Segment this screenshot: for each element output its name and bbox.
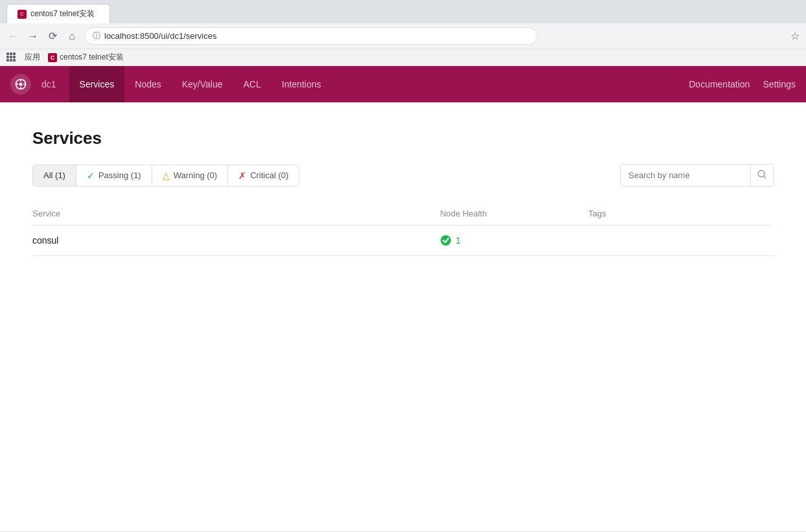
- home-button[interactable]: ⌂: [65, 29, 79, 43]
- warning-icon: △: [163, 170, 170, 181]
- health-count: 1: [455, 235, 461, 246]
- table-body: consul 1: [32, 226, 774, 256]
- svg-point-8: [441, 235, 451, 246]
- consul-logo: [10, 74, 31, 95]
- settings-link[interactable]: Settings: [763, 79, 796, 89]
- main-content: Services All (1) ✓ Passing (1) △ Warning…: [0, 102, 806, 282]
- health-pass-icon: [440, 235, 452, 246]
- tab-favicon: C: [17, 10, 27, 19]
- datacenter-label: dc1: [41, 79, 56, 89]
- tab-title: centos7 telnet安装: [30, 8, 95, 19]
- table-header: Service Node Health Tags: [32, 202, 774, 226]
- page-title: Services: [32, 128, 774, 148]
- column-header-tags: Tags: [588, 202, 774, 226]
- bookmark-label: centos7 telnet安装: [60, 52, 124, 63]
- forward-button[interactable]: →: [26, 29, 40, 43]
- filter-warning-label: Warning (0): [174, 170, 217, 180]
- bookmark-centos7[interactable]: C centos7 telnet安装: [48, 52, 124, 63]
- svg-point-6: [758, 170, 765, 177]
- consul-logo-icon: [14, 78, 27, 91]
- column-header-service: Service: [32, 202, 440, 226]
- bookmark-label: 应用: [25, 52, 40, 63]
- bookmark-yingyong[interactable]: 应用: [25, 52, 40, 63]
- passing-icon: ✓: [87, 170, 95, 181]
- critical-icon: ✗: [238, 170, 246, 181]
- nav-items: Services Nodes Key/Value ACL Intentions: [69, 66, 332, 102]
- filter-passing[interactable]: ✓ Passing (1): [76, 165, 152, 186]
- filter-critical-label: Critical (0): [250, 170, 288, 180]
- search-button[interactable]: [750, 165, 773, 186]
- nav-item-nodes[interactable]: Nodes: [124, 66, 171, 102]
- bookmark-star-icon[interactable]: ☆: [790, 30, 800, 42]
- apps-bookmark[interactable]: [6, 52, 17, 63]
- nav-item-acl[interactable]: ACL: [233, 66, 271, 102]
- documentation-link[interactable]: Documentation: [689, 79, 750, 89]
- secure-icon: ⓘ: [93, 30, 100, 41]
- filter-all-label: All (1): [43, 170, 65, 180]
- filter-bar: All (1) ✓ Passing (1) △ Warning (0) ✗ Cr…: [32, 164, 774, 187]
- browser-tabs: C centos7 telnet安装: [0, 0, 806, 23]
- search-icon: [757, 170, 766, 179]
- services-table: Service Node Health Tags consul 1: [32, 202, 774, 256]
- browser-chrome: C centos7 telnet安装 ← → ⟳ ⌂ ⓘ ☆ 应用 C cent…: [0, 0, 806, 66]
- nav-right: Documentation Settings: [689, 79, 796, 89]
- nav-item-keyvalue[interactable]: Key/Value: [172, 66, 233, 102]
- apps-grid-icon: [6, 52, 17, 63]
- browser-toolbar: ← → ⟳ ⌂ ⓘ ☆: [0, 23, 806, 49]
- column-header-nodehealth: Node Health: [440, 202, 588, 226]
- url-input[interactable]: [104, 31, 529, 41]
- browser-tab-active[interactable]: C centos7 telnet安装: [6, 4, 110, 23]
- bookmarks-bar: 应用 C centos7 telnet安装: [0, 49, 806, 65]
- search-box: [620, 164, 774, 187]
- address-bar[interactable]: ⓘ: [84, 27, 538, 45]
- svg-line-7: [764, 176, 766, 178]
- svg-point-1: [19, 83, 23, 86]
- service-name: consul: [32, 235, 58, 246]
- filter-all[interactable]: All (1): [33, 165, 76, 186]
- health-cell: 1: [440, 235, 588, 246]
- nav-item-services[interactable]: Services: [69, 66, 125, 102]
- table-row[interactable]: consul 1: [32, 226, 774, 256]
- nav-item-intentions[interactable]: Intentions: [271, 66, 332, 102]
- search-input[interactable]: [621, 165, 750, 185]
- bookmark-favicon: C: [48, 53, 57, 62]
- filter-buttons: All (1) ✓ Passing (1) △ Warning (0) ✗ Cr…: [32, 165, 299, 187]
- filter-warning[interactable]: △ Warning (0): [152, 165, 228, 186]
- back-button[interactable]: ←: [6, 29, 21, 43]
- filter-critical[interactable]: ✗ Critical (0): [228, 165, 299, 186]
- consul-navbar: dc1 Services Nodes Key/Value ACL Intenti…: [0, 66, 806, 102]
- reload-button[interactable]: ⟳: [45, 29, 60, 43]
- filter-passing-label: Passing (1): [98, 170, 141, 180]
